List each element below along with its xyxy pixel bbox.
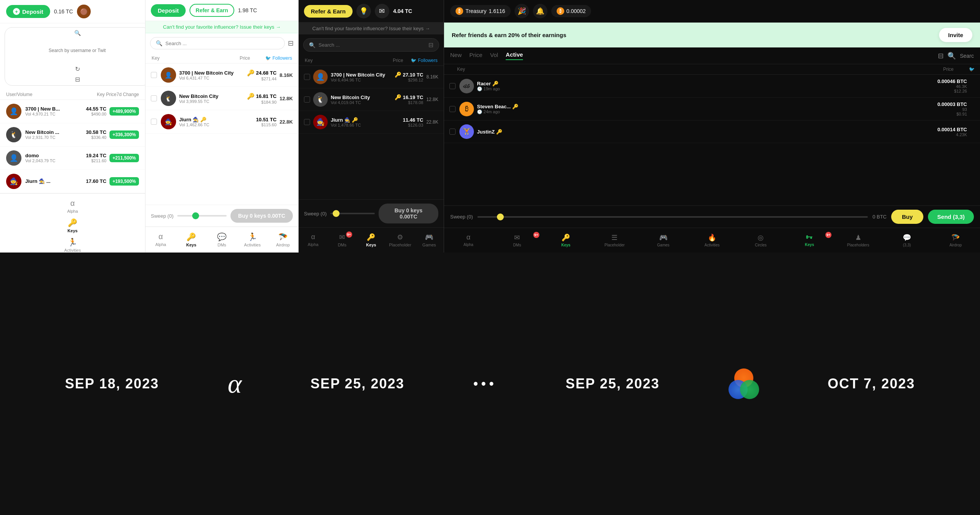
nav-item-circles[interactable]: ◎ Circles bbox=[737, 231, 785, 249]
nav-item-activities[interactable]: 🔥 Activities bbox=[688, 231, 736, 249]
nav-item-alpha[interactable]: α Alpha bbox=[299, 231, 328, 249]
table-row[interactable]: 🏎 Racer 🔑 🕐 19m ago 0.00046 BTC 46.3K $1… bbox=[444, 75, 980, 98]
tab-price[interactable]: Price bbox=[469, 52, 482, 60]
nav-item-keys2[interactable]: 9+ 🗝 Keys bbox=[785, 231, 834, 249]
panel2-banner[interactable]: Can't find your favorite influencer? Iss… bbox=[145, 21, 298, 33]
panel2-deposit-button[interactable]: Deposit bbox=[151, 4, 186, 17]
buy-button[interactable]: Buy 0 keys 0.00TC bbox=[230, 209, 293, 223]
nav-item-dms[interactable]: 💬 DMs bbox=[207, 230, 237, 249]
search-icon: 🔍 bbox=[156, 40, 162, 46]
sweep-slider-thumb[interactable] bbox=[497, 213, 504, 220]
filter-icon[interactable]: ⊟ bbox=[75, 76, 80, 83]
activities-icon: 🏃 bbox=[68, 238, 77, 247]
row-checkbox[interactable] bbox=[449, 83, 456, 89]
tab-active[interactable]: Active bbox=[506, 51, 523, 60]
avatar: 🐧 bbox=[161, 91, 176, 106]
nav-item-airdrop[interactable]: 🪂 Airdrop bbox=[931, 231, 980, 249]
sweep-slider[interactable] bbox=[330, 213, 375, 214]
user-vol: Vol 2,931.70 TC bbox=[25, 135, 59, 140]
table-row[interactable]: ₿ Steven Beac... 🔑 🕐 24m ago 0.00003 BTC… bbox=[444, 98, 980, 121]
panel2-search-input[interactable] bbox=[165, 41, 279, 46]
key-name: Jiurn 🧙 🔑 bbox=[331, 117, 361, 123]
row-checkbox[interactable] bbox=[151, 95, 157, 101]
table-row[interactable]: 🐧 New Bitcoin ... Vol 2,931.70 TC 30.58 … bbox=[0, 123, 145, 147]
table-row[interactable]: 👤 3700 | New B... Vol 4,970.21 TC 44.55 … bbox=[0, 100, 145, 123]
table-row[interactable]: 👤 domo Vol 2,043.79 TC 19.24 TC $211.60 … bbox=[0, 147, 145, 170]
nav-item-keys[interactable]: 🔑 Keys bbox=[542, 231, 590, 249]
refresh-icon[interactable]: ↻ bbox=[75, 65, 80, 73]
panel2-refer-earn-button[interactable]: Refer & Earn bbox=[189, 4, 234, 17]
avatar: 🏋 bbox=[459, 124, 474, 139]
table-row[interactable]: 🐧 New Bitcoin City Vol 3,999.55 TC 🔑 16.… bbox=[145, 87, 298, 110]
search-icon[interactable]: 🔍 bbox=[947, 52, 956, 60]
table-row[interactable]: 🧙 Jiurn 🧙 🔑 Vol 1,478.66 TC 11.46 TC $12… bbox=[299, 111, 444, 134]
tab-new[interactable]: New bbox=[450, 52, 462, 60]
nav-item-dms[interactable]: ✉ 9+ DMs bbox=[328, 231, 357, 249]
user-name: 3700 | New B... bbox=[25, 106, 60, 112]
key-usd: $115.60 bbox=[256, 122, 276, 127]
key-vol: Vol 1,462.66 TC bbox=[179, 122, 209, 127]
row-checkbox[interactable] bbox=[449, 106, 456, 112]
table-row[interactable]: 🧙 Jiurn 🧙 ... 17.60 TC +193,500% bbox=[0, 170, 145, 193]
row-checkbox[interactable] bbox=[304, 96, 310, 103]
table-row[interactable]: 👤 3700 | New Bitcoin City Vol 6,431.47 T… bbox=[145, 64, 298, 87]
panel3-banner[interactable]: Can't find your favorite influencer? Iss… bbox=[299, 23, 444, 34]
change-badge: +336,300% bbox=[109, 130, 139, 139]
key-usd: $271.44 bbox=[247, 77, 276, 81]
panel3-light-icon[interactable]: 💡 bbox=[356, 4, 371, 18]
key-followers: 46.3K bbox=[938, 84, 967, 89]
filter-icon[interactable]: ⊟ bbox=[938, 52, 944, 60]
nav-item-keys[interactable]: 🔑 Keys bbox=[0, 216, 145, 235]
panel1-avatar[interactable]: 🟤 bbox=[77, 5, 91, 18]
panel1-deposit-button[interactable]: + Deposit bbox=[6, 5, 50, 18]
nav-item-alpha[interactable]: α Alpha bbox=[145, 230, 176, 249]
keys2-icon: 🗝 bbox=[806, 233, 813, 241]
sweep-slider-thumb[interactable] bbox=[333, 210, 340, 217]
bell-icon[interactable]: 🔔 bbox=[533, 4, 547, 18]
buy-button[interactable]: Buy bbox=[891, 210, 923, 224]
table-row[interactable]: 🐧 New Bitcoin City Vol 4,019.04 TC 🔑 16.… bbox=[299, 88, 444, 111]
panel3-search-input[interactable] bbox=[318, 42, 425, 48]
sweep-slider[interactable] bbox=[177, 215, 227, 217]
nav-item-keys[interactable]: 🔑 Keys bbox=[357, 231, 386, 249]
nav-item-alpha[interactable]: α Alpha bbox=[0, 197, 145, 216]
panel1-search-input[interactable] bbox=[49, 39, 106, 62]
nav-item-activities[interactable]: 🏃 Activities bbox=[237, 230, 268, 249]
row-checkbox[interactable] bbox=[151, 72, 157, 78]
send-button[interactable]: Send (3,3) bbox=[928, 210, 974, 224]
nav-item-placeholders[interactable]: ♟ Placeholders bbox=[834, 231, 882, 249]
nav-item-alpha[interactable]: α Alpha bbox=[444, 231, 493, 249]
nav-item-games[interactable]: 🎮 Games bbox=[415, 231, 444, 249]
date-4: OCT 7, 2023 bbox=[828, 376, 915, 392]
nav-item-games[interactable]: 🎮 Games bbox=[639, 231, 688, 249]
panel3-filter-icon[interactable]: ⊟ bbox=[428, 41, 433, 49]
panel3-refer-earn-button[interactable]: Refer & Earn bbox=[304, 5, 353, 18]
tab-vol[interactable]: Vol bbox=[490, 52, 498, 60]
key-name: New Bitcoin City bbox=[179, 93, 219, 99]
table-row[interactable]: 🧙 Jiurn 🧙 🔑 Vol 1,462.66 TC 10.51 TC $11… bbox=[145, 110, 298, 134]
sweep-slider[interactable] bbox=[477, 216, 868, 218]
nav-item-placeholder[interactable]: ⚙ Placeholder bbox=[385, 231, 415, 249]
key-price: 19.24 TC bbox=[86, 153, 106, 158]
panel3-message-icon[interactable]: ✉ bbox=[375, 4, 389, 18]
panel2-filter-icon[interactable]: ⊟ bbox=[288, 39, 294, 47]
row-checkbox[interactable] bbox=[304, 119, 310, 125]
row-checkbox[interactable] bbox=[304, 74, 310, 80]
row-checkbox[interactable] bbox=[449, 129, 456, 135]
invite-button[interactable]: Invite bbox=[939, 28, 972, 42]
fire-icon[interactable]: 🎉 bbox=[514, 4, 529, 18]
nav-item-keys[interactable]: 🔑 Keys bbox=[176, 230, 207, 249]
buy-button[interactable]: Buy 0 keys 0.00TC bbox=[379, 204, 438, 223]
nav-item-placeholder[interactable]: ☰ Placeholder bbox=[590, 231, 639, 249]
panel3-bottom-nav: α Alpha ✉ 9+ DMs 🔑 Keys ⚙ Placeholder 🎮 … bbox=[299, 227, 444, 253]
bottom-section: SEP 18, 2023 α SEP 25, 2023 ••• SEP 25, … bbox=[0, 253, 980, 515]
sweep-slider-thumb[interactable] bbox=[192, 212, 199, 219]
treasury-badge: ₿ Treasury 1.6116 bbox=[450, 5, 511, 17]
table-row[interactable]: 👤 3700 | New Bitcoin City Vol 6,494.96 T… bbox=[299, 66, 444, 88]
row-checkbox[interactable] bbox=[151, 119, 157, 125]
nav-item-activities[interactable]: 🏃 Activities bbox=[0, 235, 145, 253]
table-row[interactable]: 🏋 JustinZ 🔑 0.00014 BTC 4.23K bbox=[444, 121, 980, 143]
nav-item-33[interactable]: 💬 (3,3) bbox=[882, 231, 931, 249]
nav-item-airdrop[interactable]: 🪂 Airdrop bbox=[268, 230, 298, 249]
nav-item-dms[interactable]: 9+ ✉ DMs bbox=[493, 231, 541, 249]
